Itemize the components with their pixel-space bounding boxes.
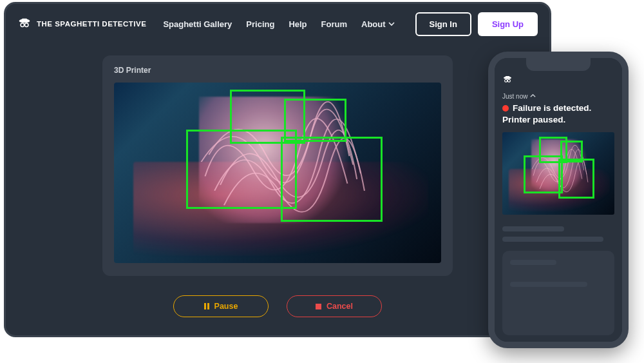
printer-card: 3D Printer bbox=[102, 55, 453, 276]
signup-button[interactable]: Sign Up bbox=[478, 12, 538, 36]
chevron-down-icon bbox=[388, 19, 395, 29]
nav-actions: Sign In Sign Up bbox=[415, 12, 538, 36]
brand-name: THE SPAGHETTI DETECTIVE bbox=[37, 20, 146, 28]
svg-point-7 bbox=[505, 79, 507, 82]
nav-gallery[interactable]: Spaghetti Gallery bbox=[163, 19, 232, 29]
svg-point-3 bbox=[24, 23, 28, 27]
top-navbar: THE SPAGHETTI DETECTIVE Spaghetti Galler… bbox=[6, 4, 549, 44]
cancel-button[interactable]: Cancel bbox=[287, 295, 382, 317]
detective-icon bbox=[17, 17, 32, 31]
nav-pricing[interactable]: Pricing bbox=[246, 19, 274, 29]
phone-notch bbox=[526, 58, 591, 71]
nav-about[interactable]: About bbox=[361, 19, 395, 29]
status-dot-icon bbox=[502, 105, 509, 112]
phone-screen: Just now Failure is detected. Printer pa… bbox=[495, 58, 622, 342]
svg-point-8 bbox=[507, 79, 510, 82]
skeleton-line bbox=[510, 260, 556, 265]
skeleton-line bbox=[510, 282, 587, 287]
desktop-window: THE SPAGHETTI DETECTIVE Spaghetti Galler… bbox=[4, 2, 551, 337]
phone-mockup: Just now Failure is detected. Printer pa… bbox=[488, 52, 629, 348]
detection-box bbox=[558, 159, 594, 198]
svg-point-2 bbox=[21, 23, 24, 27]
skeleton-line bbox=[502, 226, 564, 231]
signin-button[interactable]: Sign In bbox=[415, 12, 471, 36]
notification-time[interactable]: Just now bbox=[502, 93, 614, 100]
skeleton-card bbox=[502, 251, 614, 335]
chevron-up-icon bbox=[530, 93, 536, 100]
stop-icon bbox=[316, 304, 321, 309]
alert-message: Failure is detected. Printer paused. bbox=[502, 103, 614, 126]
skeleton-line bbox=[502, 237, 603, 242]
nav-forum[interactable]: Forum bbox=[321, 19, 347, 29]
nav-help[interactable]: Help bbox=[289, 19, 307, 29]
detection-box bbox=[281, 137, 382, 222]
phone-camera-feed bbox=[502, 132, 614, 215]
skeleton-lines bbox=[502, 226, 614, 242]
brand-logo[interactable]: THE SPAGHETTI DETECTIVE bbox=[17, 17, 146, 31]
printer-title: 3D Printer bbox=[114, 66, 441, 75]
svg-rect-6 bbox=[506, 76, 510, 78]
nav-links: Spaghetti Gallery Pricing Help Forum Abo… bbox=[163, 19, 394, 29]
pause-icon bbox=[204, 303, 209, 309]
svg-rect-1 bbox=[21, 19, 27, 22]
detection-box bbox=[524, 155, 563, 193]
camera-feed bbox=[114, 83, 441, 263]
pause-button[interactable]: Pause bbox=[173, 295, 269, 317]
detective-icon bbox=[502, 75, 513, 85]
printer-actions: Pause Cancel bbox=[6, 295, 549, 317]
